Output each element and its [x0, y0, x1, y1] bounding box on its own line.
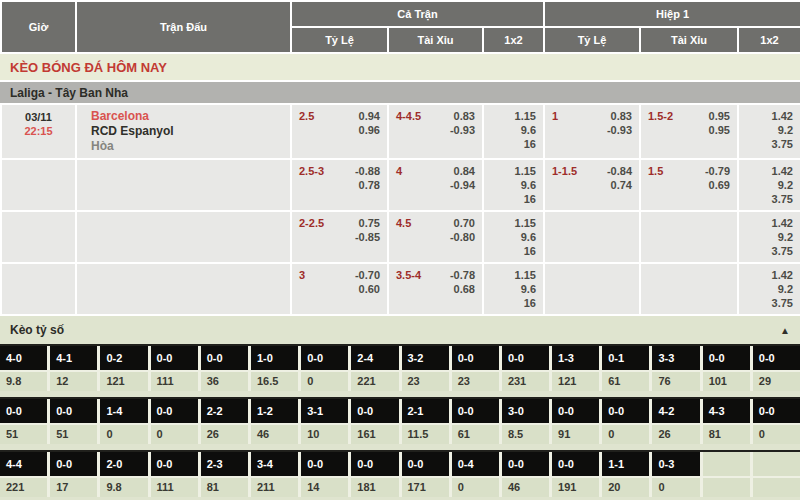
score-odd-cell[interactable]: 121	[552, 372, 599, 391]
score-odd-cell[interactable]: 0	[100, 425, 147, 444]
odd-value[interactable]: -0.79	[705, 164, 730, 178]
odd-value[interactable]: 9.6	[491, 282, 536, 296]
score-cell[interactable]: 0-0	[151, 399, 198, 423]
odd-value[interactable]: 0.84	[450, 164, 475, 178]
score-cell[interactable]: 1-1	[602, 452, 649, 476]
odd-value[interactable]: 0.95	[709, 109, 730, 123]
score-odd-cell[interactable]: 9.8	[0, 372, 47, 391]
score-odd-cell[interactable]: 111	[151, 372, 198, 391]
odd-value[interactable]: -0.93	[607, 123, 632, 137]
score-odd-cell[interactable]: 11.5	[402, 425, 449, 444]
score-cell[interactable]: 0-0	[452, 399, 499, 423]
score-cell[interactable]: 0-0	[753, 399, 800, 423]
score-cell[interactable]: 0-4	[452, 452, 499, 476]
score-cell[interactable]: 1-3	[552, 346, 599, 370]
score-odd-cell[interactable]: 46	[502, 478, 549, 497]
h1-1x2-cell[interactable]: 1.429.23.75	[738, 263, 800, 315]
odd-value[interactable]: 1.15	[491, 268, 536, 282]
odd-value[interactable]: 0.83	[450, 109, 475, 123]
score-cell[interactable]: 0-0	[552, 452, 599, 476]
h1-overunder-cell[interactable]	[640, 211, 738, 263]
odd-value[interactable]: 1.42	[746, 268, 793, 282]
odd-value[interactable]: -0.93	[450, 123, 475, 137]
score-cell[interactable]: 0-0	[301, 452, 348, 476]
odd-value[interactable]: 16	[491, 244, 536, 258]
odd-value[interactable]: 16	[491, 192, 536, 206]
score-cell[interactable]: 4-2	[652, 399, 699, 423]
score-odd-cell[interactable]: 76	[652, 372, 699, 391]
score-odd-cell[interactable]: 51	[50, 425, 97, 444]
score-cell[interactable]: 0-0	[0, 399, 47, 423]
odd-value[interactable]: 0.94	[359, 109, 380, 123]
score-odd-cell[interactable]: 61	[452, 425, 499, 444]
score-cell[interactable]: 0-0	[351, 452, 398, 476]
h1-overunder-cell[interactable]: 1.5-20.950.95	[640, 104, 738, 159]
h1-overunder-cell[interactable]: 1.5-0.790.69	[640, 159, 738, 211]
score-cell[interactable]: 3-1	[301, 399, 348, 423]
score-cell[interactable]: 0-2	[100, 346, 147, 370]
odd-value[interactable]: 1.42	[746, 109, 793, 123]
score-cell[interactable]: 4-3	[703, 399, 750, 423]
score-odd-cell[interactable]: 51	[0, 425, 47, 444]
odd-value[interactable]: -0.84	[607, 164, 632, 178]
score-cell[interactable]: 0-3	[652, 452, 699, 476]
score-cell[interactable]: 0-0	[753, 346, 800, 370]
score-cell[interactable]: 2-2	[201, 399, 248, 423]
h1-1x2-cell[interactable]: 1.429.23.75	[738, 211, 800, 263]
score-cell[interactable]: 0-0	[201, 346, 248, 370]
score-cell[interactable]: 0-0	[151, 452, 198, 476]
odd-value[interactable]: 9.2	[746, 123, 793, 137]
score-odd-cell[interactable]: 191	[552, 478, 599, 497]
score-odd-cell[interactable]: 221	[0, 478, 47, 497]
ft-1x2-cell[interactable]: 1.159.616	[483, 211, 544, 263]
collapse-arrow-icon[interactable]: ▲	[780, 325, 790, 336]
odd-value[interactable]: 1.15	[491, 109, 536, 123]
score-odd-cell[interactable]: 17	[50, 478, 97, 497]
odd-value[interactable]: 0.75	[355, 216, 380, 230]
score-cell[interactable]: 0-1	[602, 346, 649, 370]
score-cell[interactable]: 0-0	[301, 346, 348, 370]
ft-overunder-cell[interactable]: 3.5-4-0.780.68	[388, 263, 483, 315]
odd-value[interactable]: 16	[491, 296, 536, 310]
score-odd-cell[interactable]: 16.5	[251, 372, 298, 391]
score-odd-cell[interactable]: 0	[151, 425, 198, 444]
h1-handicap-cell[interactable]: 1-1.5-0.840.74	[544, 159, 640, 211]
odd-value[interactable]: 3.75	[746, 244, 793, 258]
score-cell[interactable]: 0-0	[552, 399, 599, 423]
odd-value[interactable]: 1.42	[746, 216, 793, 230]
h1-handicap-cell[interactable]: 10.83-0.93	[544, 104, 640, 159]
score-odd-cell[interactable]: 29	[753, 372, 800, 391]
ft-handicap-cell[interactable]: 2.50.940.96	[291, 104, 388, 159]
odd-value[interactable]: 0.69	[705, 178, 730, 192]
score-cell[interactable]: 2-3	[201, 452, 248, 476]
score-cell[interactable]: 4-1	[50, 346, 97, 370]
score-odd-cell[interactable]: 0	[602, 425, 649, 444]
score-odd-cell[interactable]: 211	[251, 478, 298, 497]
score-cell[interactable]: 0-0	[703, 346, 750, 370]
odd-value[interactable]: -0.70	[355, 268, 380, 282]
odd-value[interactable]: 0.70	[450, 216, 475, 230]
ft-overunder-cell[interactable]: 4-4.50.83-0.93	[388, 104, 483, 159]
score-cell[interactable]: 3-0	[502, 399, 549, 423]
odd-value[interactable]: 3.75	[746, 192, 793, 206]
score-odd-cell[interactable]: 10	[301, 425, 348, 444]
ft-overunder-cell[interactable]: 4.50.70-0.80	[388, 211, 483, 263]
odd-value[interactable]: -0.94	[450, 178, 475, 192]
score-cell[interactable]: 3-4	[251, 452, 298, 476]
score-odd-cell[interactable]: 91	[552, 425, 599, 444]
odd-value[interactable]: 9.6	[491, 230, 536, 244]
score-cell[interactable]: 0-0	[50, 399, 97, 423]
score-odd-cell[interactable]: 0	[753, 425, 800, 444]
score-odd-cell[interactable]: 0	[452, 478, 499, 497]
h1-1x2-cell[interactable]: 1.429.23.75	[738, 104, 800, 159]
score-cell[interactable]: 0-0	[602, 399, 649, 423]
ft-overunder-cell[interactable]: 40.84-0.94	[388, 159, 483, 211]
h1-handicap-cell[interactable]	[544, 211, 640, 263]
score-odd-cell[interactable]: 14	[301, 478, 348, 497]
odd-value[interactable]: 16	[491, 137, 536, 151]
score-cell[interactable]: 0-0	[151, 346, 198, 370]
score-odd-cell[interactable]: 231	[502, 372, 549, 391]
ft-1x2-cell[interactable]: 1.159.616	[483, 104, 544, 159]
score-odd-cell[interactable]: 8.5	[502, 425, 549, 444]
odd-value[interactable]: 0.96	[359, 123, 380, 137]
